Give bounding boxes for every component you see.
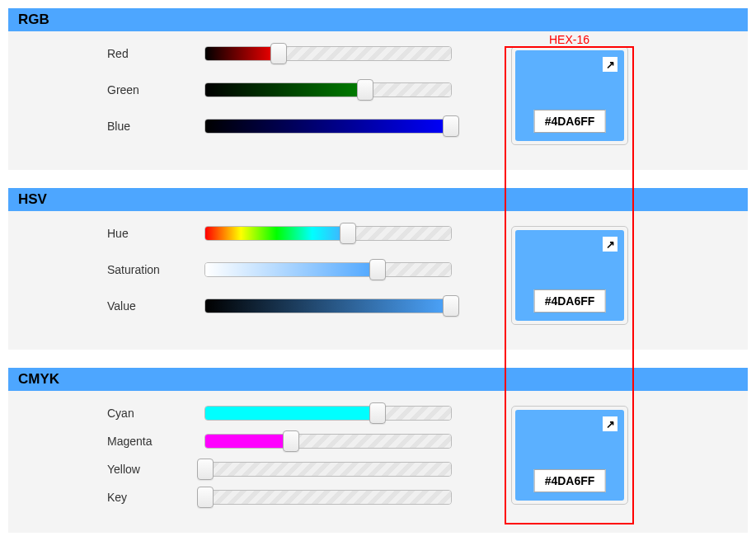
hex-value[interactable]: #4DA6FF — [534, 469, 606, 492]
track-inactive — [378, 407, 451, 420]
slider-row: Key — [107, 490, 470, 505]
track-active — [205, 263, 378, 276]
slider-row: Green — [107, 82, 470, 97]
track-inactive — [279, 47, 451, 60]
slider-label-hue: Hue — [107, 227, 204, 240]
slider-row: Hue — [107, 226, 470, 241]
expand-icon[interactable]: ↗ — [603, 57, 617, 72]
cmyk-color-swatch: ↗ #4DA6FF — [511, 406, 628, 505]
slider-row: Saturation — [107, 262, 470, 277]
slider-row: Yellow — [107, 462, 470, 477]
blue-slider[interactable] — [204, 119, 452, 134]
track-inactive — [205, 463, 451, 476]
slider-label-magenta: Magenta — [107, 435, 204, 448]
rgb-panel-title: RGB — [8, 8, 748, 31]
magenta-slider[interactable] — [204, 434, 452, 449]
track-inactive — [378, 263, 451, 276]
slider-label-yellow: Yellow — [107, 463, 204, 476]
track-inactive — [291, 435, 451, 448]
slider-row: Cyan — [107, 406, 470, 421]
hsv-panel-title: HSV — [8, 188, 748, 211]
hsv-color-swatch: ↗ #4DA6FF — [511, 226, 628, 325]
cmyk-panel: CMYK Cyan Magenta — [8, 368, 748, 533]
track-active — [205, 120, 451, 133]
track-active — [205, 299, 451, 313]
hue-slider[interactable] — [204, 226, 452, 241]
slider-label-blue: Blue — [107, 120, 204, 133]
highlight-label: HEX-16 — [549, 33, 589, 46]
slider-label-cyan: Cyan — [107, 407, 204, 420]
hex-value[interactable]: #4DA6FF — [534, 110, 606, 133]
saturation-slider[interactable] — [204, 262, 452, 277]
slider-thumb[interactable] — [443, 115, 459, 137]
cyan-slider[interactable] — [204, 406, 452, 421]
track-inactive — [365, 83, 451, 96]
slider-row: Value — [107, 299, 470, 313]
track-inactive — [205, 491, 451, 504]
slider-label-key: Key — [107, 491, 204, 504]
slider-thumb[interactable] — [369, 402, 386, 424]
hex-value[interactable]: #4DA6FF — [534, 289, 606, 313]
green-slider[interactable] — [204, 82, 452, 97]
slider-thumb[interactable] — [340, 223, 356, 244]
track-active — [205, 227, 348, 240]
track-active — [205, 47, 279, 60]
slider-thumb[interactable] — [357, 79, 373, 101]
slider-thumb[interactable] — [443, 295, 459, 317]
slider-row: Red — [107, 46, 470, 61]
expand-icon[interactable]: ↗ — [603, 237, 617, 252]
slider-label-value: Value — [107, 299, 204, 313]
slider-label-red: Red — [107, 47, 204, 60]
key-slider[interactable] — [204, 490, 452, 505]
cmyk-panel-title: CMYK — [8, 368, 748, 391]
track-inactive — [348, 227, 451, 240]
rgb-color-swatch: ↗ #4DA6FF — [511, 46, 628, 145]
slider-row: Magenta — [107, 434, 470, 449]
expand-icon[interactable]: ↗ — [603, 416, 617, 431]
track-active — [205, 83, 365, 96]
slider-label-green: Green — [107, 83, 204, 96]
rgb-panel: RGB Red Green — [8, 8, 748, 170]
red-slider[interactable] — [204, 46, 452, 61]
slider-thumb[interactable] — [270, 43, 287, 64]
slider-row: Blue — [107, 119, 470, 134]
yellow-slider[interactable] — [204, 462, 452, 477]
slider-label-saturation: Saturation — [107, 263, 204, 276]
slider-thumb[interactable] — [197, 459, 214, 480]
track-active — [205, 407, 378, 420]
slider-thumb[interactable] — [369, 259, 386, 280]
hsv-panel: HSV Hue Saturation — [8, 188, 748, 350]
value-slider[interactable] — [204, 299, 452, 313]
track-active — [205, 435, 291, 448]
slider-thumb[interactable] — [197, 487, 214, 508]
slider-thumb[interactable] — [283, 430, 299, 452]
